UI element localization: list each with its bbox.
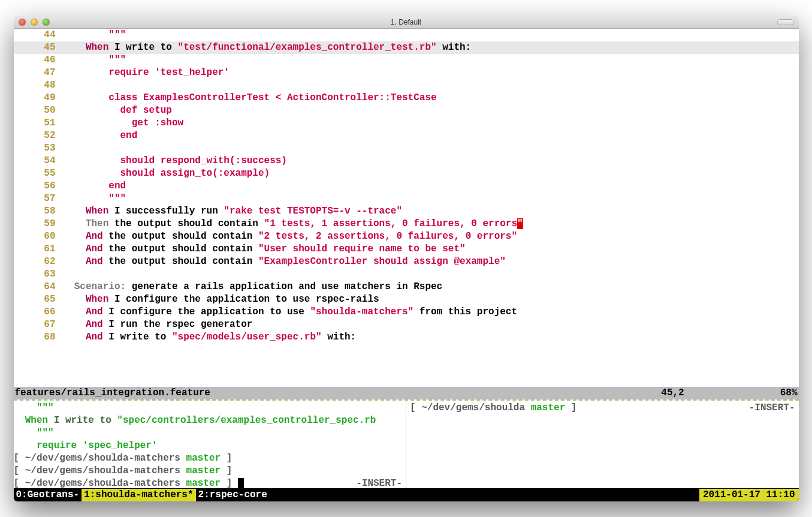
code-content: Scenario: generate a rails application a… — [63, 281, 799, 293]
code-line[interactable]: 51 get :show — [14, 117, 799, 130]
code-line[interactable]: 65 When I configure the application to u… — [14, 293, 799, 306]
terminal-window: 1. Default 44 """45 When I write to "tes… — [14, 16, 799, 501]
shell-prompt[interactable]: [ ~/dev/gems/shoulda master ]-INSERT- — [406, 402, 799, 414]
line-number: 54 — [14, 155, 63, 167]
status-position: 45,2 — [661, 387, 684, 399]
line-number: 61 — [14, 243, 63, 256]
cursor-icon — [238, 478, 244, 489]
diff-line: require 'spec_helper' — [14, 440, 406, 452]
line-number: 68 — [14, 331, 63, 344]
tmux-status-bar: 0:Geotrans- 1:shoulda-matchers* 2:rspec-… — [14, 488, 799, 501]
toolbar-pill-icon[interactable] — [777, 19, 794, 25]
code-line[interactable]: 50 def setup — [14, 104, 799, 117]
code-line[interactable]: 47 require 'test_helper' — [14, 67, 799, 79]
line-number: 60 — [14, 230, 63, 243]
window-title: 1. Default — [14, 18, 799, 26]
code-content: """ — [63, 54, 799, 67]
code-content: And I run the rspec generator — [63, 318, 799, 331]
code-content: Then the output should contain "1 tests,… — [63, 218, 799, 230]
code-content: get :show — [63, 117, 799, 130]
line-number: 64 — [14, 281, 63, 293]
code-line[interactable]: 68 And I write to "spec/models/user_spec… — [14, 331, 799, 344]
code-line[interactable]: 62 And the output should contain "Exampl… — [14, 256, 799, 268]
line-number: 57 — [14, 193, 63, 205]
tmux-window-tab[interactable]: 1:shoulda-matchers* — [81, 489, 195, 501]
code-line[interactable]: 45 When I write to "test/functional/exam… — [14, 41, 799, 54]
vim-status-bar: features/rails_integration.feature 45,2 … — [14, 387, 799, 399]
shell-prompt[interactable]: [ ~/dev/gems/shoulda-matchers master ] — [14, 452, 406, 465]
code-line[interactable]: 48 — [14, 79, 799, 92]
tmux-pane-left[interactable]: """ When I write to "spec/controllers/ex… — [14, 401, 407, 488]
code-content: should assign_to(:example) — [63, 167, 799, 180]
zoom-icon[interactable] — [43, 19, 50, 26]
code-content: And the output should contain "User shou… — [63, 243, 799, 256]
code-content — [63, 268, 799, 281]
diff-line: """ — [14, 427, 406, 440]
tmux-window-tab[interactable]: 2:rspec-core — [196, 489, 270, 501]
line-number: 50 — [14, 104, 63, 117]
close-icon[interactable] — [19, 19, 26, 26]
line-number: 48 — [14, 79, 63, 92]
line-number: 46 — [14, 54, 63, 67]
line-number: 44 — [14, 29, 63, 41]
diff-line: When I write to "spec/controllers/exampl… — [14, 414, 406, 427]
code-line[interactable]: 61 And the output should contain "User s… — [14, 243, 799, 256]
line-number: 59 — [14, 218, 63, 230]
code-line[interactable]: 52 end — [14, 130, 799, 142]
vim-mode: -INSERT- — [749, 402, 795, 414]
line-number: 63 — [14, 268, 63, 281]
code-line[interactable]: 53 — [14, 142, 799, 155]
titlebar[interactable]: 1. Default — [14, 16, 799, 29]
line-number: 66 — [14, 306, 63, 318]
code-content: And the output should contain "ExamplesC… — [63, 256, 799, 268]
code-content: And the output should contain "2 tests, … — [63, 230, 799, 243]
minimize-icon[interactable] — [31, 19, 38, 26]
vim-editor-pane[interactable]: 44 """45 When I write to "test/functiona… — [14, 29, 799, 387]
code-content: When I successfully run "rake test TESTO… — [63, 205, 799, 218]
code-line[interactable]: 44 """ — [14, 29, 799, 41]
status-filename: features/rails_integration.feature — [15, 387, 662, 399]
code-content: require 'test_helper' — [63, 67, 799, 79]
code-line[interactable]: 49 class ExamplesControllerTest < Action… — [14, 92, 799, 104]
line-number: 52 — [14, 130, 63, 142]
code-line[interactable]: 60 And the output should contain "2 test… — [14, 230, 799, 243]
tmux-window-tab[interactable]: 0:Geotrans- — [14, 489, 82, 501]
code-line[interactable]: 57 """ — [14, 193, 799, 205]
code-line[interactable]: 66 And I configure the application to us… — [14, 306, 799, 318]
code-content: When I configure the application to use … — [63, 293, 799, 306]
line-number: 62 — [14, 256, 63, 268]
status-percent: 68% — [780, 387, 798, 399]
line-number: 56 — [14, 180, 63, 193]
code-content — [63, 142, 799, 155]
code-line[interactable]: 64 Scenario: generate a rails applicatio… — [14, 281, 799, 293]
code-content: And I configure the application to use "… — [63, 306, 799, 318]
line-number: 67 — [14, 318, 63, 331]
terminal-body: 44 """45 When I write to "test/functiona… — [14, 29, 799, 501]
line-number: 45 — [14, 41, 63, 54]
code-content: end — [63, 180, 799, 193]
code-content: def setup — [63, 104, 799, 117]
code-content: """ — [63, 193, 799, 205]
line-number: 55 — [14, 167, 63, 180]
code-content: When I write to "test/functional/example… — [63, 41, 799, 54]
line-number: 51 — [14, 117, 63, 130]
code-line[interactable]: 59 Then the output should contain "1 tes… — [14, 218, 799, 230]
code-content: """ — [63, 29, 799, 41]
code-line[interactable]: 67 And I run the rspec generator — [14, 318, 799, 331]
line-number: 49 — [14, 92, 63, 104]
line-number: 53 — [14, 142, 63, 155]
shell-prompt[interactable]: [ ~/dev/gems/shoulda-matchers master ] — [14, 465, 406, 477]
tmux-pane-right[interactable]: [ ~/dev/gems/shoulda master ]-INSERT- — [406, 401, 799, 488]
code-line[interactable]: 55 should assign_to(:example) — [14, 167, 799, 180]
code-line[interactable]: 63 — [14, 268, 799, 281]
code-line[interactable]: 58 When I successfully run "rake test TE… — [14, 205, 799, 218]
code-content: should respond_with(:success) — [63, 155, 799, 167]
line-number: 58 — [14, 205, 63, 218]
code-line[interactable]: 54 should respond_with(:success) — [14, 155, 799, 167]
line-number: 47 — [14, 67, 63, 79]
code-content: And I write to "spec/models/user_spec.rb… — [63, 331, 799, 344]
tmux-lower-split: """ When I write to "spec/controllers/ex… — [14, 399, 799, 488]
code-content: end — [63, 130, 799, 142]
code-line[interactable]: 56 end — [14, 180, 799, 193]
code-line[interactable]: 46 """ — [14, 54, 799, 67]
